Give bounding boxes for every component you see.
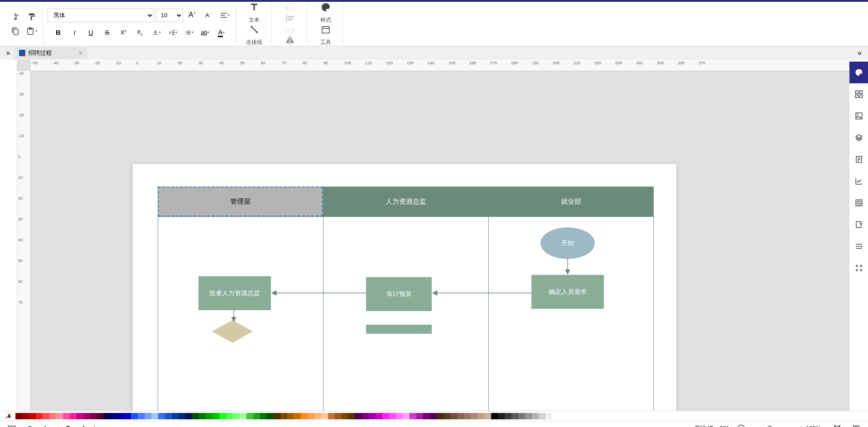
color-swatch[interactable] — [389, 413, 396, 419]
color-swatch[interactable] — [491, 413, 498, 419]
color-swatch[interactable] — [178, 413, 185, 419]
color-swatch[interactable] — [83, 413, 90, 419]
color-swatch[interactable] — [63, 413, 70, 419]
color-swatch[interactable] — [335, 413, 342, 419]
paste-button[interactable]: ▾ — [24, 24, 39, 38]
color-swatch[interactable] — [77, 413, 83, 419]
fit-page-button[interactable] — [830, 421, 844, 427]
color-swatch[interactable] — [403, 413, 410, 419]
color-swatch[interactable] — [287, 413, 294, 419]
zoom-out-button[interactable]: − — [753, 424, 757, 427]
color-swatch[interactable] — [382, 413, 389, 419]
no-fill-icon[interactable] — [3, 412, 14, 421]
color-swatch[interactable] — [342, 413, 348, 419]
color-swatch[interactable] — [206, 413, 212, 419]
color-swatch[interactable] — [471, 413, 477, 419]
tab-scroll-right[interactable]: « — [855, 48, 864, 58]
font-color-button[interactable]: A▾ — [214, 25, 229, 40]
color-swatch[interactable] — [29, 413, 36, 419]
bold-button[interactable]: B — [51, 25, 66, 40]
color-swatch[interactable] — [22, 413, 29, 419]
shape-partial-bottom[interactable] — [366, 325, 432, 334]
color-swatch[interactable] — [308, 413, 314, 419]
export-panel-button[interactable] — [849, 214, 868, 235]
color-swatch[interactable] — [321, 413, 328, 419]
color-swatch[interactable] — [348, 413, 355, 419]
outline-panel-button[interactable] — [849, 149, 868, 170]
color-swatch[interactable] — [525, 413, 532, 419]
swimlane-header-management[interactable]: 管理层 — [158, 187, 323, 216]
align-button[interactable]: ▾ — [217, 8, 232, 23]
presentation-mode-button[interactable] — [5, 421, 19, 427]
color-swatch[interactable] — [444, 413, 450, 419]
page-selector-dropdown[interactable]: Page-1 — [24, 423, 63, 427]
color-swatch[interactable] — [545, 413, 552, 419]
color-swatch[interactable] — [246, 413, 253, 419]
canvas-area[interactable]: 管理层 人力资源总监 就业部 开始 确定人员需求 审计预算 批者人力资源总监 — [31, 71, 849, 411]
tab-scroll-left[interactable]: » — [4, 48, 13, 58]
color-swatch[interactable] — [233, 413, 240, 419]
color-swatch[interactable] — [505, 413, 511, 419]
color-swatch[interactable] — [253, 413, 260, 419]
copy-button[interactable] — [8, 24, 23, 38]
color-swatch[interactable] — [240, 413, 246, 419]
style-button[interactable]: 样式 — [312, 2, 339, 24]
superscript-button[interactable]: X2 — [116, 25, 131, 40]
shape-approve-hr[interactable]: 批者人力资源总监 — [198, 276, 271, 310]
add-page-button[interactable]: + — [88, 423, 101, 427]
color-swatch[interactable] — [294, 413, 301, 419]
color-swatch[interactable] — [56, 413, 63, 419]
format-painter-button[interactable] — [24, 10, 39, 24]
color-swatch[interactable] — [131, 413, 138, 419]
color-swatch[interactable] — [70, 413, 77, 419]
connector-tool-button[interactable]: 连接线 — [241, 24, 268, 46]
layout-panel-button[interactable] — [849, 83, 868, 105]
color-swatch[interactable] — [430, 413, 437, 419]
color-swatch[interactable] — [104, 413, 111, 419]
increase-font-button[interactable]: A+ — [185, 8, 199, 23]
fill-panel-button[interactable] — [849, 62, 868, 83]
decrease-font-button[interactable]: A− — [201, 8, 216, 23]
group-button[interactable]: 组合 — [276, 0, 304, 13]
tools-button[interactable]: 工具 — [312, 24, 339, 46]
line-spacing-button[interactable]: ▾ — [165, 25, 180, 40]
font-family-select[interactable]: 黑体 — [48, 9, 154, 22]
color-swatch[interactable] — [212, 413, 219, 419]
color-swatch[interactable] — [165, 413, 172, 419]
color-swatch[interactable] — [280, 413, 287, 419]
expand-panel-button[interactable] — [849, 257, 868, 279]
color-swatch[interactable] — [355, 413, 362, 419]
swimlane-header-employment[interactable]: 就业部 — [488, 187, 654, 216]
color-swatch[interactable] — [532, 413, 539, 419]
color-swatch[interactable] — [416, 413, 423, 419]
shape-identify-needs[interactable]: 确定人员需求 — [531, 275, 604, 309]
color-swatch[interactable] — [192, 413, 199, 419]
swimlane-header-hr[interactable]: 人力资源总监 — [323, 187, 488, 216]
color-swatch[interactable] — [362, 413, 369, 419]
strikethrough-button[interactable]: S — [100, 25, 115, 40]
color-swatch[interactable] — [124, 413, 131, 419]
underline-button[interactable]: U — [84, 25, 98, 40]
color-swatch[interactable] — [423, 413, 430, 419]
indent-panel-button[interactable] — [849, 235, 868, 257]
color-swatch[interactable] — [301, 413, 308, 419]
color-swatch[interactable] — [274, 413, 280, 419]
color-swatch[interactable] — [145, 413, 151, 419]
color-swatch[interactable] — [369, 413, 376, 419]
color-swatch[interactable] — [314, 413, 321, 419]
chart-panel-button[interactable] — [849, 170, 868, 192]
color-swatch[interactable] — [484, 413, 491, 419]
color-swatch[interactable] — [158, 413, 165, 419]
shape-diamond-decision[interactable] — [212, 320, 253, 343]
color-swatch[interactable] — [172, 413, 178, 419]
color-swatch[interactable] — [219, 413, 226, 419]
zoom-in-button[interactable]: + — [799, 424, 803, 427]
color-swatch[interactable] — [226, 413, 233, 419]
color-swatch[interactable] — [477, 413, 484, 419]
color-swatch[interactable] — [43, 413, 49, 419]
color-swatch[interactable] — [36, 413, 43, 419]
color-swatch[interactable] — [518, 413, 525, 419]
align-objects-button[interactable]: 对齐 — [276, 13, 304, 35]
color-swatch[interactable] — [396, 413, 403, 419]
color-swatch[interactable] — [498, 413, 505, 419]
